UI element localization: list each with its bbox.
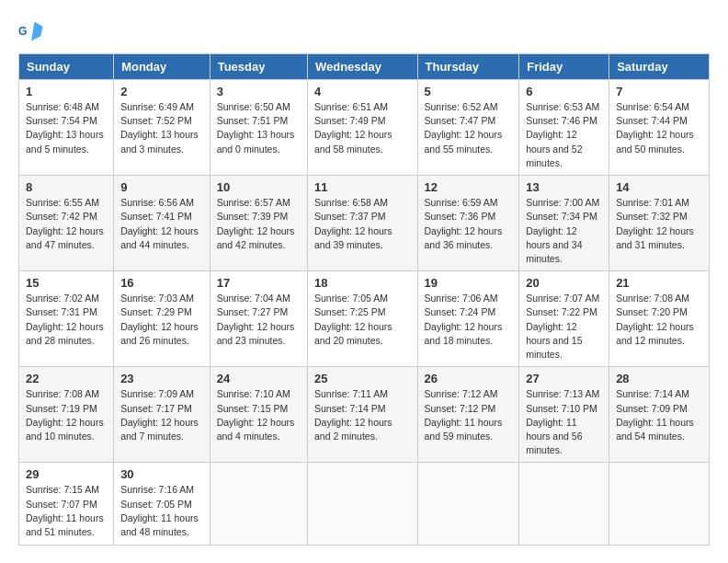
- day-info: Sunrise: 7:02 AMSunset: 7:31 PMDaylight:…: [26, 292, 107, 348]
- header-day-sunday: Sunday: [19, 54, 114, 80]
- table-row: 29 Sunrise: 7:15 AMSunset: 7:07 PMDaylig…: [19, 463, 114, 546]
- table-row: 25 Sunrise: 7:11 AMSunset: 7:14 PMDaylig…: [307, 367, 417, 463]
- calendar-week-2: 8 Sunrise: 6:55 AMSunset: 7:42 PMDayligh…: [19, 176, 710, 271]
- day-number: 19: [425, 276, 513, 290]
- table-row: 12 Sunrise: 6:59 AMSunset: 7:36 PMDaylig…: [417, 176, 519, 271]
- table-row: 2 Sunrise: 6:49 AMSunset: 7:52 PMDayligh…: [114, 80, 210, 176]
- header-day-friday: Friday: [519, 54, 609, 80]
- table-row: [609, 463, 710, 546]
- day-info: Sunrise: 7:06 AMSunset: 7:24 PMDaylight:…: [425, 292, 513, 348]
- day-number: 2: [120, 85, 203, 98]
- table-row: 1 Sunrise: 6:48 AMSunset: 7:54 PMDayligh…: [19, 80, 114, 176]
- day-info: Sunrise: 6:50 AMSunset: 7:51 PMDaylight:…: [217, 100, 301, 156]
- day-number: 7: [616, 85, 702, 98]
- table-row: 13 Sunrise: 7:00 AMSunset: 7:34 PMDaylig…: [519, 176, 609, 271]
- day-number: 18: [314, 276, 411, 290]
- header-day-wednesday: Wednesday: [307, 54, 417, 80]
- day-number: 14: [616, 180, 702, 194]
- table-row: 24 Sunrise: 7:10 AMSunset: 7:15 PMDaylig…: [210, 367, 307, 463]
- day-info: Sunrise: 7:10 AMSunset: 7:15 PMDaylight:…: [217, 387, 301, 443]
- day-info: Sunrise: 7:03 AMSunset: 7:29 PMDaylight:…: [120, 292, 203, 348]
- table-row: 3 Sunrise: 6:50 AMSunset: 7:51 PMDayligh…: [210, 80, 307, 176]
- page-header: G: [18, 18, 710, 44]
- day-info: Sunrise: 6:55 AMSunset: 7:42 PMDaylight:…: [26, 196, 107, 252]
- day-number: 20: [526, 276, 602, 290]
- calendar-table: SundayMondayTuesdayWednesdayThursdayFrid…: [18, 53, 710, 546]
- table-row: 18 Sunrise: 7:05 AMSunset: 7:25 PMDaylig…: [307, 271, 417, 367]
- table-row: 15 Sunrise: 7:02 AMSunset: 7:31 PMDaylig…: [19, 271, 114, 367]
- day-info: Sunrise: 6:52 AMSunset: 7:47 PMDaylight:…: [425, 100, 513, 156]
- day-number: 10: [217, 180, 301, 194]
- header-day-tuesday: Tuesday: [210, 54, 307, 80]
- day-info: Sunrise: 6:57 AMSunset: 7:39 PMDaylight:…: [217, 196, 301, 252]
- table-row: 23 Sunrise: 7:09 AMSunset: 7:17 PMDaylig…: [114, 367, 210, 463]
- header-day-saturday: Saturday: [609, 54, 710, 80]
- svg-text:G: G: [18, 25, 28, 38]
- calendar-week-1: 1 Sunrise: 6:48 AMSunset: 7:54 PMDayligh…: [19, 80, 710, 176]
- day-info: Sunrise: 6:59 AMSunset: 7:36 PMDaylight:…: [425, 196, 513, 252]
- day-number: 30: [120, 467, 203, 481]
- table-row: 17 Sunrise: 7:04 AMSunset: 7:27 PMDaylig…: [210, 271, 307, 367]
- table-row: 11 Sunrise: 6:58 AMSunset: 7:37 PMDaylig…: [307, 176, 417, 271]
- day-number: 21: [616, 276, 702, 290]
- day-info: Sunrise: 7:01 AMSunset: 7:32 PMDaylight:…: [616, 196, 702, 252]
- day-info: Sunrise: 6:51 AMSunset: 7:49 PMDaylight:…: [314, 100, 411, 156]
- day-number: 11: [314, 180, 411, 194]
- day-info: Sunrise: 7:14 AMSunset: 7:09 PMDaylight:…: [616, 387, 702, 443]
- table-row: 30 Sunrise: 7:16 AMSunset: 7:05 PMDaylig…: [114, 463, 210, 546]
- day-info: Sunrise: 6:48 AMSunset: 7:54 PMDaylight:…: [26, 100, 107, 156]
- calendar-week-5: 29 Sunrise: 7:15 AMSunset: 7:07 PMDaylig…: [19, 463, 710, 546]
- table-row: [417, 463, 519, 546]
- calendar-body: 1 Sunrise: 6:48 AMSunset: 7:54 PMDayligh…: [19, 80, 710, 546]
- logo-icon: G: [18, 18, 44, 44]
- table-row: 22 Sunrise: 7:08 AMSunset: 7:19 PMDaylig…: [19, 367, 114, 463]
- table-row: 20 Sunrise: 7:07 AMSunset: 7:22 PMDaylig…: [519, 271, 609, 367]
- day-info: Sunrise: 7:12 AMSunset: 7:12 PMDaylight:…: [425, 387, 513, 443]
- table-row: 26 Sunrise: 7:12 AMSunset: 7:12 PMDaylig…: [417, 367, 519, 463]
- day-info: Sunrise: 7:00 AMSunset: 7:34 PMDaylight:…: [526, 196, 602, 266]
- table-row: 6 Sunrise: 6:53 AMSunset: 7:46 PMDayligh…: [519, 80, 609, 176]
- day-info: Sunrise: 6:56 AMSunset: 7:41 PMDaylight:…: [120, 196, 203, 252]
- table-row: [210, 463, 307, 546]
- table-row: [307, 463, 417, 546]
- calendar-week-3: 15 Sunrise: 7:02 AMSunset: 7:31 PMDaylig…: [19, 271, 710, 367]
- table-row: 27 Sunrise: 7:13 AMSunset: 7:10 PMDaylig…: [519, 367, 609, 463]
- day-number: 5: [425, 85, 513, 98]
- header-day-monday: Monday: [114, 54, 210, 80]
- day-number: 28: [616, 372, 702, 385]
- day-info: Sunrise: 6:49 AMSunset: 7:52 PMDaylight:…: [120, 100, 203, 156]
- day-number: 29: [26, 467, 107, 481]
- table-row: 9 Sunrise: 6:56 AMSunset: 7:41 PMDayligh…: [114, 176, 210, 271]
- day-number: 17: [217, 276, 301, 290]
- day-info: Sunrise: 7:05 AMSunset: 7:25 PMDaylight:…: [314, 292, 411, 348]
- day-number: 26: [425, 372, 513, 385]
- table-row: 28 Sunrise: 7:14 AMSunset: 7:09 PMDaylig…: [609, 367, 710, 463]
- day-number: 12: [425, 180, 513, 194]
- day-number: 4: [314, 85, 411, 98]
- day-number: 8: [26, 180, 107, 194]
- day-number: 3: [217, 85, 301, 98]
- day-number: 6: [526, 85, 602, 98]
- day-info: Sunrise: 6:54 AMSunset: 7:44 PMDaylight:…: [616, 100, 702, 156]
- day-info: Sunrise: 7:11 AMSunset: 7:14 PMDaylight:…: [314, 387, 411, 443]
- day-info: Sunrise: 6:58 AMSunset: 7:37 PMDaylight:…: [314, 196, 411, 252]
- day-number: 24: [217, 372, 301, 385]
- table-row: 21 Sunrise: 7:08 AMSunset: 7:20 PMDaylig…: [609, 271, 710, 367]
- day-info: Sunrise: 7:09 AMSunset: 7:17 PMDaylight:…: [120, 387, 203, 443]
- header-row: SundayMondayTuesdayWednesdayThursdayFrid…: [19, 54, 710, 80]
- table-row: 4 Sunrise: 6:51 AMSunset: 7:49 PMDayligh…: [307, 80, 417, 176]
- table-row: 8 Sunrise: 6:55 AMSunset: 7:42 PMDayligh…: [19, 176, 114, 271]
- day-number: 23: [120, 372, 203, 385]
- day-info: Sunrise: 6:53 AMSunset: 7:46 PMDaylight:…: [526, 100, 602, 170]
- day-info: Sunrise: 7:08 AMSunset: 7:19 PMDaylight:…: [26, 387, 107, 443]
- calendar-week-4: 22 Sunrise: 7:08 AMSunset: 7:19 PMDaylig…: [19, 367, 710, 463]
- table-row: 7 Sunrise: 6:54 AMSunset: 7:44 PMDayligh…: [609, 80, 710, 176]
- table-row: 14 Sunrise: 7:01 AMSunset: 7:32 PMDaylig…: [609, 176, 710, 271]
- day-number: 9: [120, 180, 203, 194]
- day-number: 25: [314, 372, 411, 385]
- day-info: Sunrise: 7:08 AMSunset: 7:20 PMDaylight:…: [616, 292, 702, 348]
- logo: G: [18, 18, 46, 44]
- day-info: Sunrise: 7:15 AMSunset: 7:07 PMDaylight:…: [26, 483, 107, 539]
- day-info: Sunrise: 7:13 AMSunset: 7:10 PMDaylight:…: [526, 387, 602, 457]
- table-row: [519, 463, 609, 546]
